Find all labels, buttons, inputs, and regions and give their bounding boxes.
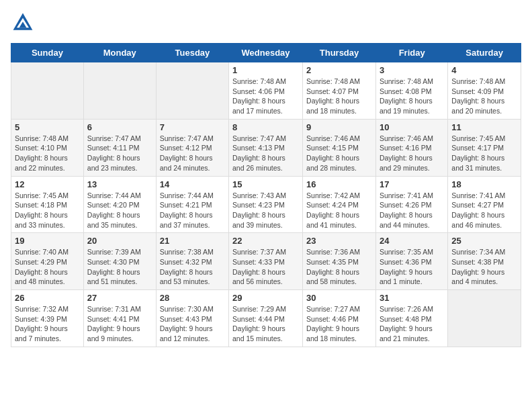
calendar-cell	[83, 62, 156, 120]
calendar-cell: 24Sunrise: 7:35 AM Sunset: 4:36 PM Dayli…	[375, 233, 447, 290]
weekday-header: Sunday	[11, 44, 84, 62]
calendar-cell: 3Sunrise: 7:48 AM Sunset: 4:08 PM Daylig…	[375, 62, 447, 120]
weekday-header: Saturday	[448, 44, 521, 62]
calendar-cell: 2Sunrise: 7:48 AM Sunset: 4:07 PM Daylig…	[303, 62, 376, 120]
day-info: Sunrise: 7:30 AM Sunset: 4:43 PM Dayligh…	[160, 304, 225, 344]
day-number: 4	[451, 65, 517, 75]
calendar-week-row: 12Sunrise: 7:45 AM Sunset: 4:18 PM Dayli…	[11, 176, 521, 233]
day-info: Sunrise: 7:47 AM Sunset: 4:13 PM Dayligh…	[232, 134, 299, 173]
day-number: 19	[15, 236, 80, 246]
calendar-cell: 5Sunrise: 7:48 AM Sunset: 4:10 PM Daylig…	[11, 119, 84, 176]
day-number: 14	[160, 179, 225, 189]
calendar-cell: 17Sunrise: 7:41 AM Sunset: 4:26 PM Dayli…	[375, 176, 447, 233]
day-info: Sunrise: 7:48 AM Sunset: 4:07 PM Dayligh…	[306, 77, 372, 116]
day-info: Sunrise: 7:38 AM Sunset: 4:32 PM Dayligh…	[160, 247, 225, 287]
day-info: Sunrise: 7:45 AM Sunset: 4:17 PM Dayligh…	[451, 134, 517, 173]
calendar-cell: 14Sunrise: 7:44 AM Sunset: 4:21 PM Dayli…	[156, 176, 228, 233]
day-info: Sunrise: 7:32 AM Sunset: 4:39 PM Dayligh…	[15, 304, 80, 344]
day-number: 30	[306, 293, 372, 303]
calendar-cell: 8Sunrise: 7:47 AM Sunset: 4:13 PM Daylig…	[229, 119, 303, 176]
calendar-cell: 30Sunrise: 7:27 AM Sunset: 4:46 PM Dayli…	[303, 290, 376, 347]
calendar-week-row: 19Sunrise: 7:40 AM Sunset: 4:29 PM Dayli…	[11, 233, 521, 290]
calendar-cell: 31Sunrise: 7:26 AM Sunset: 4:48 PM Dayli…	[375, 290, 447, 347]
day-number: 22	[232, 236, 299, 246]
day-number: 7	[160, 122, 225, 132]
day-info: Sunrise: 7:31 AM Sunset: 4:41 PM Dayligh…	[87, 304, 152, 344]
calendar-cell: 27Sunrise: 7:31 AM Sunset: 4:41 PM Dayli…	[83, 290, 156, 347]
day-info: Sunrise: 7:41 AM Sunset: 4:26 PM Dayligh…	[380, 191, 444, 230]
day-info: Sunrise: 7:41 AM Sunset: 4:27 PM Dayligh…	[451, 191, 517, 230]
calendar-cell: 16Sunrise: 7:42 AM Sunset: 4:24 PM Dayli…	[303, 176, 376, 233]
day-info: Sunrise: 7:26 AM Sunset: 4:48 PM Dayligh…	[380, 304, 444, 344]
day-info: Sunrise: 7:48 AM Sunset: 4:10 PM Dayligh…	[15, 134, 80, 173]
weekday-header: Monday	[83, 44, 156, 62]
calendar-cell: 7Sunrise: 7:47 AM Sunset: 4:12 PM Daylig…	[156, 119, 228, 176]
calendar-cell: 4Sunrise: 7:48 AM Sunset: 4:09 PM Daylig…	[448, 62, 521, 120]
day-info: Sunrise: 7:44 AM Sunset: 4:20 PM Dayligh…	[87, 191, 152, 230]
day-number: 11	[451, 122, 517, 132]
day-number: 10	[380, 122, 444, 132]
day-number: 29	[232, 293, 299, 303]
day-number: 5	[15, 122, 80, 132]
calendar-cell: 19Sunrise: 7:40 AM Sunset: 4:29 PM Dayli…	[11, 233, 84, 290]
calendar-week-row: 26Sunrise: 7:32 AM Sunset: 4:39 PM Dayli…	[11, 290, 521, 347]
day-info: Sunrise: 7:27 AM Sunset: 4:46 PM Dayligh…	[306, 304, 372, 344]
day-number: 2	[306, 65, 372, 75]
calendar-cell: 25Sunrise: 7:34 AM Sunset: 4:38 PM Dayli…	[448, 233, 521, 290]
calendar-cell: 29Sunrise: 7:29 AM Sunset: 4:44 PM Dayli…	[229, 290, 303, 347]
page-header	[11, 11, 521, 35]
calendar-cell: 20Sunrise: 7:39 AM Sunset: 4:30 PM Dayli…	[83, 233, 156, 290]
day-number: 23	[306, 236, 372, 246]
day-info: Sunrise: 7:47 AM Sunset: 4:11 PM Dayligh…	[87, 134, 152, 173]
day-info: Sunrise: 7:36 AM Sunset: 4:35 PM Dayligh…	[306, 247, 372, 287]
calendar-cell: 22Sunrise: 7:37 AM Sunset: 4:33 PM Dayli…	[229, 233, 303, 290]
day-info: Sunrise: 7:37 AM Sunset: 4:33 PM Dayligh…	[232, 247, 299, 287]
day-info: Sunrise: 7:45 AM Sunset: 4:18 PM Dayligh…	[15, 191, 80, 230]
day-info: Sunrise: 7:43 AM Sunset: 4:23 PM Dayligh…	[232, 191, 299, 230]
day-info: Sunrise: 7:35 AM Sunset: 4:36 PM Dayligh…	[380, 247, 444, 287]
calendar-cell: 10Sunrise: 7:46 AM Sunset: 4:16 PM Dayli…	[375, 119, 447, 176]
calendar-week-row: 5Sunrise: 7:48 AM Sunset: 4:10 PM Daylig…	[11, 119, 521, 176]
calendar-cell: 26Sunrise: 7:32 AM Sunset: 4:39 PM Dayli…	[11, 290, 84, 347]
day-info: Sunrise: 7:48 AM Sunset: 4:09 PM Dayligh…	[451, 77, 517, 116]
day-number: 9	[306, 122, 372, 132]
calendar-week-row: 1Sunrise: 7:48 AM Sunset: 4:06 PM Daylig…	[11, 62, 521, 120]
calendar-cell: 6Sunrise: 7:47 AM Sunset: 4:11 PM Daylig…	[83, 119, 156, 176]
calendar-cell: 12Sunrise: 7:45 AM Sunset: 4:18 PM Dayli…	[11, 176, 84, 233]
day-number: 8	[232, 122, 299, 132]
day-number: 6	[87, 122, 152, 132]
day-number: 18	[451, 179, 517, 189]
calendar-cell: 13Sunrise: 7:44 AM Sunset: 4:20 PM Dayli…	[83, 176, 156, 233]
weekday-header: Friday	[375, 44, 447, 62]
day-number: 1	[232, 65, 299, 75]
calendar-cell: 18Sunrise: 7:41 AM Sunset: 4:27 PM Dayli…	[448, 176, 521, 233]
calendar-cell: 11Sunrise: 7:45 AM Sunset: 4:17 PM Dayli…	[448, 119, 521, 176]
day-info: Sunrise: 7:48 AM Sunset: 4:08 PM Dayligh…	[380, 77, 444, 116]
day-number: 17	[380, 179, 444, 189]
day-number: 15	[232, 179, 299, 189]
weekday-header-row: SundayMondayTuesdayWednesdayThursdayFrid…	[11, 44, 521, 62]
calendar-cell: 1Sunrise: 7:48 AM Sunset: 4:06 PM Daylig…	[229, 62, 303, 120]
day-number: 21	[160, 236, 225, 246]
calendar-cell	[448, 290, 521, 347]
day-info: Sunrise: 7:48 AM Sunset: 4:06 PM Dayligh…	[232, 77, 299, 116]
day-number: 25	[451, 236, 517, 246]
day-info: Sunrise: 7:47 AM Sunset: 4:12 PM Dayligh…	[160, 134, 225, 173]
calendar-cell: 23Sunrise: 7:36 AM Sunset: 4:35 PM Dayli…	[303, 233, 376, 290]
calendar-cell: 15Sunrise: 7:43 AM Sunset: 4:23 PM Dayli…	[229, 176, 303, 233]
day-info: Sunrise: 7:29 AM Sunset: 4:44 PM Dayligh…	[232, 304, 299, 344]
day-info: Sunrise: 7:46 AM Sunset: 4:15 PM Dayligh…	[306, 134, 372, 173]
calendar-table: SundayMondayTuesdayWednesdayThursdayFrid…	[11, 43, 521, 347]
day-info: Sunrise: 7:42 AM Sunset: 4:24 PM Dayligh…	[306, 191, 372, 230]
calendar-cell: 21Sunrise: 7:38 AM Sunset: 4:32 PM Dayli…	[156, 233, 228, 290]
logo-icon	[11, 11, 35, 35]
day-number: 26	[15, 293, 80, 303]
day-info: Sunrise: 7:46 AM Sunset: 4:16 PM Dayligh…	[380, 134, 444, 173]
day-number: 12	[15, 179, 80, 189]
day-number: 13	[87, 179, 152, 189]
calendar-cell	[156, 62, 228, 120]
day-info: Sunrise: 7:44 AM Sunset: 4:21 PM Dayligh…	[160, 191, 225, 230]
logo	[11, 11, 38, 35]
day-number: 24	[380, 236, 444, 246]
weekday-header: Wednesday	[229, 44, 303, 62]
